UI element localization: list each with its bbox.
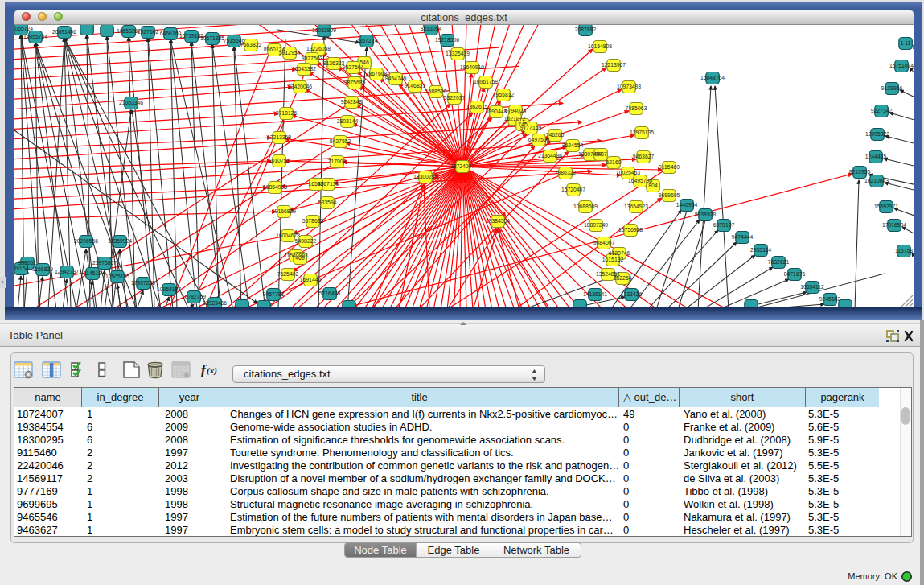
svg-text:10671385: 10671385 (200, 35, 224, 41)
svg-text:1440954: 1440954 (676, 202, 698, 208)
svg-text:9245652: 9245652 (819, 296, 841, 302)
svg-text:1244415: 1244415 (865, 154, 887, 159)
svg-text:8990448: 8990448 (486, 109, 507, 114)
svg-text:19218506: 19218506 (435, 37, 459, 43)
svg-text:16648764: 16648764 (700, 75, 725, 80)
svg-text:7357224: 7357224 (356, 38, 378, 43)
svg-text:14055724: 14055724 (23, 34, 47, 39)
svg-text:8454749: 8454749 (385, 76, 407, 81)
svg-text:533594: 533594 (318, 200, 337, 205)
svg-text:9084067: 9084067 (593, 240, 615, 245)
svg-text:8938928: 8938928 (695, 212, 717, 217)
svg-text:9827503: 9827503 (302, 56, 323, 61)
svg-text:10025453: 10025453 (616, 170, 640, 175)
svg-text:(x): (x) (207, 365, 217, 376)
svg-text:1733426: 1733426 (621, 291, 643, 297)
svg-text:469: 469 (295, 255, 305, 261)
svg-text:17957255: 17957255 (131, 280, 155, 286)
svg-text:24055724: 24055724 (14, 26, 33, 31)
svg-text:3875685: 3875685 (344, 80, 366, 85)
svg-text:9699695: 9699695 (659, 192, 680, 198)
svg-text:717004: 717004 (328, 159, 347, 164)
svg-text:8215955: 8215955 (849, 169, 871, 175)
svg-text:15751074: 15751074 (889, 63, 914, 68)
svg-text:1615132: 1615132 (602, 257, 624, 262)
svg-text:1527602: 1527602 (138, 29, 159, 35)
svg-text:8136323: 8136323 (323, 60, 345, 66)
svg-text:8813054: 8813054 (421, 26, 442, 31)
svg-text:20691406: 20691406 (52, 29, 76, 35)
svg-text:12095822: 12095822 (865, 131, 889, 137)
svg-text:16154808: 16154808 (588, 43, 612, 49)
svg-text:2935114: 2935114 (750, 247, 771, 253)
svg-text:62160: 62160 (606, 159, 622, 165)
svg-text:9129966: 9129966 (881, 85, 903, 91)
svg-text:16210643: 16210643 (864, 178, 889, 183)
svg-text:23975867: 23975867 (92, 260, 117, 266)
svg-text:6120746: 6120746 (609, 250, 630, 256)
svg-text:18807249: 18807249 (584, 222, 608, 228)
svg-text:19384554: 19384554 (486, 218, 510, 224)
svg-text:6879197: 6879197 (713, 222, 735, 228)
svg-text:9463627: 9463627 (633, 154, 655, 159)
svg-text:114519: 114519 (84, 270, 101, 276)
svg-text:15692971: 15692971 (874, 204, 898, 209)
svg-text:5578633: 5578633 (302, 218, 324, 224)
svg-text:7955812: 7955812 (493, 92, 515, 97)
svg-text:6794024: 6794024 (505, 108, 527, 113)
svg-text:12213967: 12213967 (602, 62, 626, 68)
svg-text:14136141: 14136141 (583, 291, 607, 297)
svg-text:13654923: 13654923 (624, 204, 648, 209)
svg-text:6466160: 6466160 (160, 31, 182, 36)
svg-text:16033809: 16033809 (312, 27, 336, 33)
svg-text:3624554: 3624554 (562, 142, 584, 148)
svg-text:9146821: 9146821 (405, 83, 426, 89)
svg-text:23420046: 23420046 (288, 84, 312, 89)
svg-text:116753: 116753 (895, 248, 913, 253)
svg-text:5912954: 5912954 (279, 50, 301, 56)
svg-text:12923466: 12923466 (203, 300, 227, 306)
svg-text:9527504: 9527504 (343, 64, 364, 70)
svg-text:16004678: 16004678 (276, 233, 300, 238)
svg-text:13325419: 13325419 (446, 51, 470, 56)
svg-text:19166829: 19166829 (272, 208, 296, 214)
svg-text:9115460: 9115460 (659, 164, 680, 170)
svg-text:16543382: 16543382 (292, 66, 316, 72)
svg-text:39154: 39154 (14, 266, 29, 271)
svg-text:12942737: 12942737 (55, 269, 79, 274)
svg-text:1362615: 1362615 (466, 104, 488, 109)
svg-text:10654112: 10654112 (800, 284, 824, 290)
svg-text:7625402: 7625402 (277, 271, 299, 277)
svg-text:13226058: 13226058 (306, 46, 331, 51)
svg-text:16961758: 16961758 (474, 79, 498, 84)
svg-text:18300295: 18300295 (413, 174, 437, 179)
svg-text:5716485: 5716485 (319, 290, 341, 296)
svg-text:2803144: 2803144 (337, 118, 359, 124)
svg-text:7663822: 7663822 (240, 42, 262, 47)
svg-text:21364436: 21364436 (538, 153, 562, 159)
svg-text:1 11: 1 11 (901, 40, 911, 46)
svg-text:1156829: 1156829 (32, 266, 53, 272)
svg-text:252254: 252254 (614, 275, 632, 281)
svg-text:18724007: 18724007 (450, 163, 474, 169)
svg-text:12505135: 12505135 (105, 274, 129, 279)
svg-text:9457791: 9457791 (263, 291, 285, 297)
svg-text:7632621: 7632621 (768, 259, 790, 265)
svg-text:2867608: 2867608 (366, 71, 388, 76)
svg-text:10756928: 10756928 (618, 227, 643, 233)
svg-text:9242848: 9242848 (341, 99, 363, 105)
svg-text:10688609: 10688609 (573, 204, 598, 209)
svg-text:1010753: 1010753 (269, 158, 290, 163)
svg-text:5322037: 5322037 (444, 95, 466, 101)
svg-text:16782759: 16782759 (182, 294, 206, 299)
svg-text:2718126: 2718126 (276, 110, 298, 116)
svg-text:17016504: 17016504 (882, 222, 906, 228)
svg-text:8471676: 8471676 (784, 271, 806, 277)
svg-text:6497508: 6497508 (528, 137, 550, 142)
svg-text:17359924: 17359924 (108, 238, 132, 244)
svg-text:18640910: 18640910 (460, 64, 484, 70)
svg-text:335061: 335061 (18, 260, 37, 266)
svg-text:2087682: 2087682 (575, 27, 597, 32)
svg-text:12213369: 12213369 (267, 134, 291, 140)
svg-text:1691440: 1691440 (300, 277, 322, 282)
